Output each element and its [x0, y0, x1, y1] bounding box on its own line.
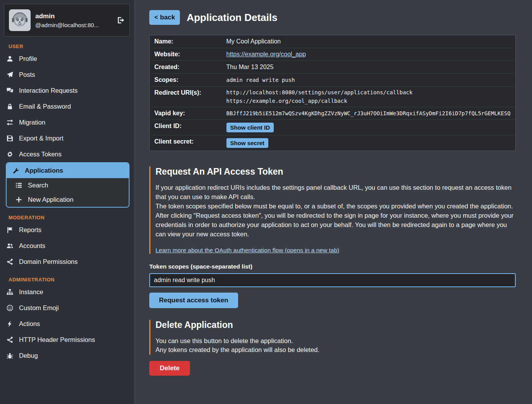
exchange-icon	[6, 119, 14, 126]
table-row: Website: https://example.org/cool_app	[150, 48, 516, 61]
row-label: Vapid key:	[150, 107, 223, 120]
users-icon	[6, 243, 14, 249]
main-content: < back Application Details Name: My Cool…	[134, 0, 532, 404]
sidebar-item-label: HTTP Header Permissions	[19, 336, 95, 343]
sidebar-item-label: Actions	[19, 320, 40, 328]
table-row: Redirect URI(s): http://localhost:8080/s…	[150, 87, 516, 107]
user-handle: @admin@localhost:80...	[35, 22, 99, 28]
sidebar-nav: USER Profile Posts Interaction Requests …	[0, 43, 134, 364]
list-icon	[15, 182, 22, 189]
user-card[interactable]: admin @admin@localhost:80...	[4, 4, 130, 36]
smile-icon	[6, 305, 14, 311]
sidebar-item-profile[interactable]: Profile	[0, 51, 134, 67]
delete-application-title: Delete Application	[155, 320, 516, 330]
sidebar-item-migration[interactable]: Migration	[0, 114, 134, 130]
table-row: Vapid key: BBJffJ219b5iE512m7wQSzv4KgKDh…	[150, 107, 516, 120]
row-label: Name:	[150, 35, 223, 48]
sidebar-item-label: Accounts	[19, 242, 45, 250]
sidebar-item-new-application[interactable]: New Application	[7, 192, 129, 207]
created-value: Thu Mar 13 2025	[223, 61, 516, 74]
request-token-title: Request An API Access Token	[155, 166, 516, 177]
lock-icon	[6, 103, 14, 110]
sidebar-item-instance[interactable]: Instance	[0, 284, 134, 300]
applications-submenu: Search New Application	[7, 178, 129, 207]
sidebar-item-applications-search[interactable]: Search	[7, 178, 129, 192]
token-scopes-label: Token scopes (space-separated list)	[149, 263, 516, 270]
description-paragraph: If your application redirect URIs includ…	[155, 183, 516, 202]
share-nodes-icon	[6, 258, 14, 265]
plus-icon	[15, 196, 22, 203]
sidebar-item-domain-permissions[interactable]: Domain Permissions	[0, 254, 134, 270]
sidebar-item-reports[interactable]: Reports	[0, 222, 134, 238]
sidebar-item-label: Search	[28, 182, 48, 189]
row-label: Client ID:	[150, 120, 223, 135]
application-details-table: Name: My Cool Application Website: https…	[149, 35, 516, 151]
sidebar-item-label: Applications	[25, 167, 63, 174]
section-label-moderation: MODERATION	[9, 215, 134, 220]
user-name: admin	[35, 12, 99, 20]
comments-icon	[6, 87, 14, 94]
table-row: Created: Thu Mar 13 2025	[150, 61, 516, 74]
sidebar-item-label: Export & Import	[19, 135, 64, 142]
table-row: Name: My Cool Application	[150, 35, 516, 48]
paper-plane-icon	[6, 71, 14, 78]
tools-icon	[12, 167, 19, 174]
table-row: Client secret: Show secret	[150, 135, 516, 151]
sidebar-item-export-import[interactable]: Export & Import	[0, 130, 134, 146]
back-button[interactable]: < back	[149, 10, 180, 25]
sidebar-item-label: Debug	[19, 352, 38, 359]
sidebar-item-label: Instance	[19, 288, 43, 296]
vapid-key-value: BBJffJ219b5iE512m7wQSzv4KgKDhgZZVzNyWC_r…	[223, 107, 516, 120]
sidebar: admin @admin@localhost:80... USER Profil…	[0, 0, 134, 404]
sidebar-item-label: Email & Password	[19, 103, 71, 110]
page-header: < back Application Details	[149, 10, 516, 25]
description-paragraph: The token scopes specified below must be…	[155, 202, 516, 211]
app-name-value: My Cool Application	[223, 35, 516, 48]
scopes-value: admin read write push	[223, 74, 516, 87]
bug-icon	[6, 352, 14, 359]
user-avatar	[9, 9, 31, 31]
token-scopes-input[interactable]	[149, 273, 516, 287]
sidebar-item-debug[interactable]: Debug	[0, 348, 134, 364]
share-nodes-icon	[6, 336, 14, 343]
sidebar-item-applications[interactable]: Applications	[7, 163, 129, 178]
sidebar-item-custom-emoji[interactable]: Custom Emoji	[0, 300, 134, 316]
sidebar-item-label: New Application	[28, 196, 73, 203]
redirect-uri: https://example.org/cool_app/callback	[226, 98, 513, 104]
save-icon	[6, 135, 14, 142]
section-label-user: USER	[9, 43, 134, 49]
row-label: Created:	[150, 61, 223, 74]
delete-button[interactable]: Delete	[149, 361, 190, 376]
sidebar-item-access-tokens[interactable]: Access Tokens	[0, 146, 134, 162]
table-row: Scopes: admin read write push	[150, 74, 516, 87]
sidebar-item-email-password[interactable]: Email & Password	[0, 99, 134, 114]
request-token-section: Request An API Access Token If your appl…	[149, 166, 516, 254]
sidebar-item-accounts[interactable]: Accounts	[0, 238, 134, 254]
sidebar-item-label: Custom Emoji	[19, 304, 59, 312]
logout-icon[interactable]	[117, 16, 125, 24]
row-label: Client secret:	[150, 135, 223, 151]
page-title: Application Details	[187, 12, 277, 24]
sidebar-item-http-header-permissions[interactable]: HTTP Header Permissions	[0, 332, 134, 348]
delete-application-description: You can use this button to delete the ap…	[155, 336, 516, 355]
sidebar-item-posts[interactable]: Posts	[0, 67, 134, 83]
show-secret-button[interactable]: Show secret	[226, 138, 268, 148]
sidebar-item-actions[interactable]: Actions	[0, 316, 134, 332]
show-client-id-button[interactable]: Show client ID	[226, 123, 274, 132]
sidebar-item-interaction-requests[interactable]: Interaction Requests	[0, 83, 134, 99]
sidebar-item-label: Migration	[19, 119, 45, 126]
redirect-uris-value: http://localhost:8080/settings/user/appl…	[223, 87, 516, 107]
section-label-administration: ADMINISTRATION	[9, 277, 134, 283]
sidebar-item-label: Domain Permissions	[19, 258, 78, 265]
sidebar-item-label: Interaction Requests	[19, 87, 78, 94]
oauth-docs-link[interactable]: Learn more about the OAuth authenticatio…	[155, 247, 339, 254]
sidebar-item-label: Access Tokens	[19, 151, 62, 158]
sidebar-item-label: Posts	[19, 71, 35, 78]
flag-icon	[6, 227, 14, 233]
request-access-token-button[interactable]: Request access token	[149, 293, 238, 308]
delete-application-section: Delete Application You can use this butt…	[149, 320, 516, 355]
description-paragraph: After clicking "Request access token", y…	[155, 211, 516, 239]
certificate-icon	[6, 151, 14, 158]
description-line: You can use this button to delete the ap…	[155, 336, 516, 346]
website-link[interactable]: https://example.org/cool_app	[226, 51, 306, 57]
